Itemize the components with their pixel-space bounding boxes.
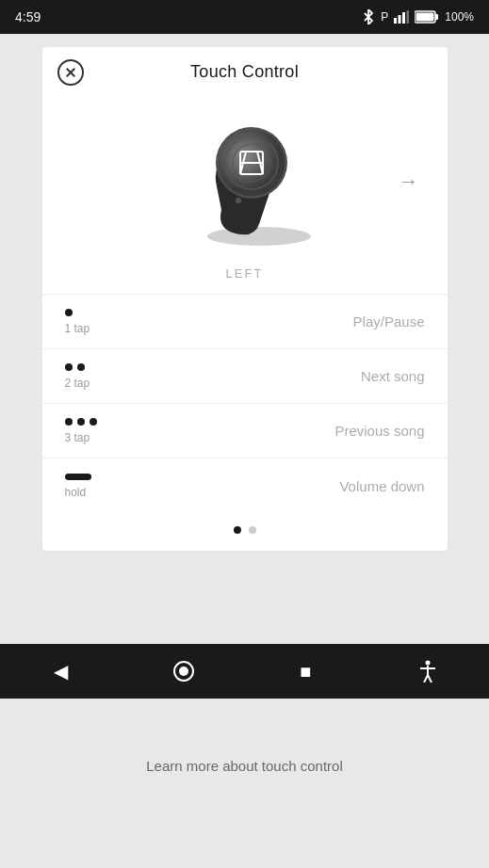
dots-1tap	[65, 309, 73, 316]
control-row-hold: hold Volume down	[42, 458, 448, 513]
dots-3tap	[65, 418, 97, 426]
tap-indicator-hold: hold	[65, 474, 131, 499]
status-bar: 4:59 P 100%	[0, 0, 489, 34]
bluetooth-icon	[362, 9, 375, 24]
dot	[90, 418, 97, 426]
tap-indicator-1: 1 tap	[65, 309, 131, 335]
dot	[65, 309, 73, 316]
control-row-2tap: 2 tap Next song	[42, 349, 448, 404]
accessibility-button[interactable]	[409, 652, 447, 690]
touch-control-card: Touch Control	[42, 47, 448, 551]
tap-label-3: 3 tap	[65, 431, 90, 444]
svg-line-22	[424, 675, 428, 683]
page-dot-1	[234, 526, 241, 534]
learn-more-text: Learn more about touch control	[146, 758, 342, 774]
home-button[interactable]	[165, 652, 203, 690]
hold-bar	[65, 474, 91, 480]
bottom-nav: ◀ ■	[0, 644, 489, 699]
svg-rect-6	[416, 13, 434, 22]
tap-label-2: 2 tap	[65, 377, 90, 390]
svg-point-7	[207, 227, 311, 246]
tap-indicator-3: 3 tap	[65, 418, 131, 444]
svg-rect-1	[399, 15, 401, 24]
status-icons: P 100%	[362, 9, 474, 24]
action-label-2: Next song	[361, 368, 425, 384]
page-dot-2	[249, 526, 256, 534]
pagination	[42, 513, 448, 551]
svg-line-23	[428, 675, 432, 683]
svg-rect-0	[394, 18, 397, 24]
tap-label-1: 1 tap	[65, 322, 90, 335]
card-title: Touch Control	[190, 62, 299, 82]
dot	[77, 418, 85, 426]
back-icon: ◀	[54, 660, 68, 683]
status-time: 4:59	[15, 9, 41, 24]
battery-percent: 100%	[445, 10, 474, 24]
recents-button[interactable]: ■	[286, 652, 324, 690]
control-row-1tap: 1 tap Play/Pause	[42, 295, 448, 349]
earphone-area: →	[42, 97, 448, 266]
svg-rect-5	[435, 14, 438, 20]
card-header: Touch Control	[42, 47, 448, 97]
svg-rect-2	[402, 12, 405, 24]
side-label: LEFT	[42, 266, 448, 294]
accessibility-icon	[417, 660, 438, 683]
svg-point-16	[236, 198, 241, 203]
next-earphone-arrow[interactable]: →	[399, 169, 419, 194]
action-label-3: Previous song	[334, 423, 424, 439]
recents-icon: ■	[300, 661, 311, 683]
action-label-hold: Volume down	[339, 478, 424, 494]
action-label-1: Play/Pause	[353, 313, 425, 330]
signal-icon	[394, 10, 409, 24]
tap-label-hold: hold	[65, 486, 87, 499]
carrier-icon: P	[381, 10, 388, 24]
dot	[65, 418, 73, 426]
battery-icon	[415, 10, 439, 24]
dots-2tap	[65, 363, 85, 371]
svg-point-19	[426, 661, 431, 666]
home-icon	[172, 660, 195, 683]
dot	[65, 363, 73, 371]
svg-rect-3	[407, 10, 410, 24]
tap-indicator-2: 2 tap	[65, 363, 131, 390]
control-row-3tap: 3 tap Previous song	[42, 404, 448, 458]
close-button[interactable]	[57, 59, 84, 86]
dot	[77, 363, 85, 371]
back-button[interactable]: ◀	[42, 652, 80, 690]
controls-list: 1 tap Play/Pause 2 tap Next song	[42, 294, 448, 513]
svg-point-18	[179, 667, 188, 676]
earphone-image	[165, 106, 325, 248]
